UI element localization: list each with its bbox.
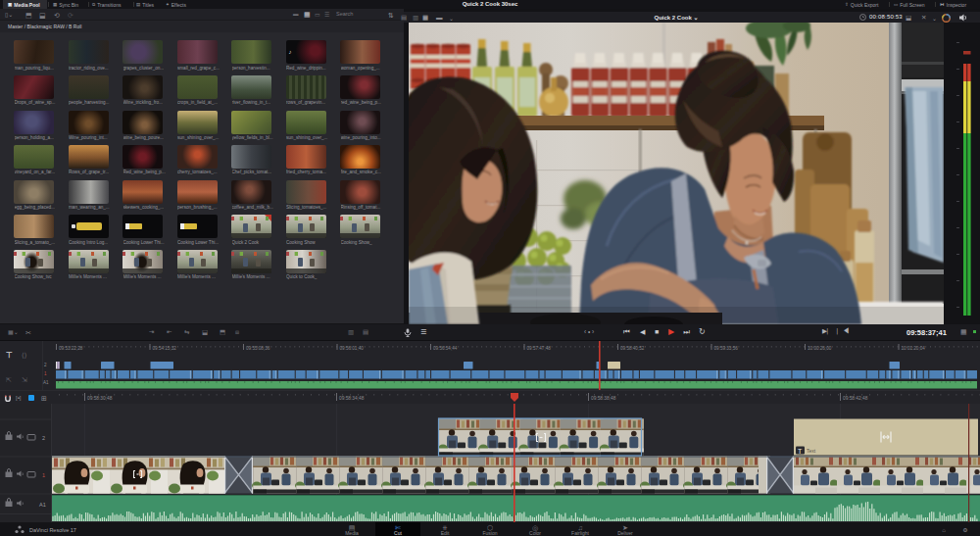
svg-text:Color: Color — [529, 530, 541, 536]
svg-text:09:59:33;56: 09:59:33;56 — [714, 346, 739, 351]
svg-text:10:00:26;00: 10:00:26;00 — [808, 346, 832, 351]
svg-text:09:58:30;48: 09:58:30;48 — [87, 396, 113, 401]
svg-text:Text: Text — [807, 448, 816, 454]
svg-text:Deliver: Deliver — [617, 530, 633, 536]
svg-text:09:55:08;36: 09:55:08;36 — [246, 346, 270, 351]
svg-text:09:58:38;48: 09:58:38;48 — [591, 396, 616, 401]
svg-text:09:54:15;32: 09:54:15;32 — [153, 346, 177, 351]
svg-text:2: 2 — [42, 435, 45, 441]
svg-text:Media: Media — [345, 530, 359, 536]
svg-text:09:58:40;52: 09:58:40;52 — [620, 346, 645, 351]
svg-text:09:56:54;44: 09:56:54;44 — [433, 346, 458, 351]
svg-text:09:58:34;48: 09:58:34;48 — [339, 396, 365, 401]
svg-text:⚙: ⚙ — [962, 527, 967, 533]
svg-text:09:58:42;48: 09:58:42;48 — [843, 396, 868, 401]
svg-text:Edit: Edit — [441, 530, 450, 536]
svg-text:09:57:47;48: 09:57:47;48 — [527, 346, 552, 351]
svg-text:⌂: ⌂ — [942, 527, 946, 533]
svg-text:10:01:20;04: 10:01:20;04 — [902, 346, 926, 351]
svg-text:DaVinci Resolve 17: DaVinci Resolve 17 — [29, 527, 76, 533]
svg-text:09:53:22;28: 09:53:22;28 — [59, 346, 83, 351]
svg-text:1: 1 — [42, 472, 45, 478]
svg-text:Cut: Cut — [394, 530, 402, 536]
svg-text:T: T — [798, 448, 803, 455]
svg-text:09:56:01;40: 09:56:01;40 — [340, 346, 365, 351]
svg-text:A1: A1 — [39, 502, 46, 508]
svg-text:Fairlight: Fairlight — [571, 530, 589, 536]
svg-text:Fusion: Fusion — [482, 530, 497, 536]
